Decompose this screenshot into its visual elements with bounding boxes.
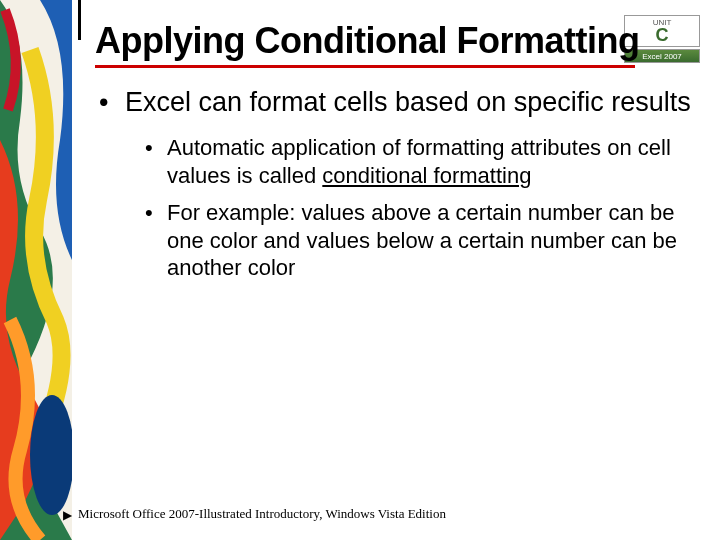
list-item: Excel can format cells based on specific… — [125, 86, 700, 281]
term-conditional-formatting: conditional formatting — [322, 163, 531, 188]
abstract-paint-icon — [0, 0, 72, 540]
list-item: For example: values above a certain numb… — [167, 199, 700, 282]
footer-arrow-icon: ▶ — [63, 508, 72, 522]
slide-content: Applying Conditional Formatting Excel ca… — [95, 20, 700, 490]
list-item: Automatic application of formatting attr… — [167, 134, 700, 189]
decorative-art-strip — [0, 0, 72, 540]
bullet-list-level1: Excel can format cells based on specific… — [95, 86, 700, 281]
bullet-list-level2: Automatic application of formatting attr… — [125, 134, 700, 282]
bullet-text: For example: values above a certain numb… — [167, 200, 677, 280]
svg-point-1 — [30, 395, 72, 515]
footer-text: Microsoft Office 2007-Illustrated Introd… — [78, 506, 446, 522]
bullet-text: Excel can format cells based on specific… — [125, 87, 691, 117]
slide-title: Applying Conditional Formatting — [95, 20, 700, 61]
title-underline — [95, 65, 635, 68]
top-accent-bar — [78, 0, 81, 40]
